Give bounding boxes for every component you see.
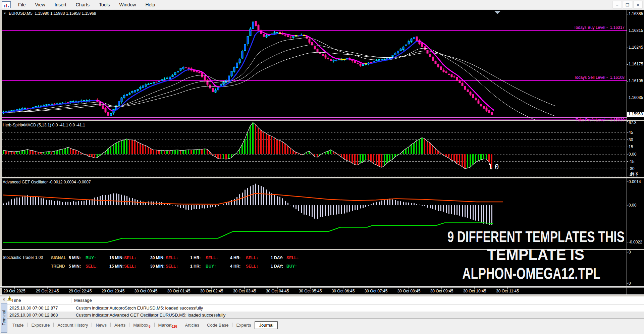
time-axis-label: 30 Oct 11:45	[496, 289, 519, 293]
terminal-tab-experts[interactable]: Experts	[232, 321, 255, 329]
time-axis-label: 30 Oct 04:45	[266, 289, 289, 293]
terminal-close-icon[interactable]: ✕	[1, 297, 6, 302]
log-time: 2025.10.30 07:00:12.877	[9, 305, 58, 311]
time-axis-label: 30 Oct 03:45	[233, 289, 256, 293]
stoch-signal-value: BUY↑	[286, 264, 297, 269]
svg-text:TEMPLATE IS: TEMPLATE IS	[487, 246, 584, 263]
price-axis-label: 1.16315	[629, 28, 643, 33]
terminal-table: Time Message 2025.10.30 07:00:12.877Cust…	[7, 296, 644, 319]
stoch-timeframe-label: 4 HR:	[230, 256, 240, 260]
time-axis-label: 30 Oct 06:45	[332, 289, 355, 293]
price-axis-label: 1.16105	[629, 78, 643, 83]
oscillator-axis-label: -0.0022	[629, 240, 642, 244]
current-price-box: 1.15968	[627, 112, 644, 117]
svg-text:ALPHON-OMEGA12.TPL: ALPHON-OMEGA12.TPL	[462, 265, 600, 282]
time-axis-label: 30 Oct 09:45	[430, 289, 453, 293]
log-message: Custom indicator Advanced GET Oscillator…	[73, 313, 225, 318]
stoch-timeframe-label: 5 MIN:	[69, 256, 81, 260]
macd-axis-label: 45	[629, 130, 633, 135]
panel-separator	[0, 177, 644, 178]
stoch-signal-value: SELL↓	[86, 264, 98, 269]
stoch-signal-value: BUY↑	[206, 264, 216, 269]
time-axis-label: 29 Oct 23:45	[102, 289, 125, 293]
terminal-tab-news[interactable]: News	[92, 321, 110, 329]
stoch-timeframe-label: 5 MIN:	[69, 264, 81, 269]
stoch-signal-value: SELL↓	[246, 264, 258, 269]
column-message[interactable]: Message	[71, 298, 92, 303]
terminal-tab-articles[interactable]: Articles	[181, 321, 203, 329]
stoch-signal-value: SELL↓	[124, 256, 137, 260]
svg-text:9 DIFFERENT TEMPLATES THIS: 9 DIFFERENT TEMPLATES THIS	[447, 228, 625, 245]
stoch-row-name: SIGNAL	[51, 256, 66, 260]
stoch-timeframe-label: 30 MIN:	[150, 256, 165, 260]
macd-panel	[2, 123, 627, 176]
macd-axis-label: 30	[629, 137, 633, 142]
time-axis-label: 30 Oct 08:45	[397, 289, 421, 293]
time-axis-label: 30 Oct 00:45	[135, 289, 158, 293]
warning-icon	[7, 296, 12, 300]
time-axis-label: 30 Oct 02:45	[200, 289, 223, 293]
terminal-tab-alerts[interactable]: Alerts	[111, 321, 129, 329]
terminal-tab-trade[interactable]: Trade	[9, 321, 27, 329]
terminal-tab-exposure[interactable]: Exposure	[28, 321, 53, 329]
terminal-tab-code-base[interactable]: Code Base	[203, 321, 232, 329]
chart-title: EURUSD,M5 1.15980 1.15983 1.15958 1.1596…	[9, 11, 96, 16]
stoch-signal-value: SELL↓	[124, 264, 137, 269]
tab-badge: 6	[149, 325, 151, 328]
stochastic-axis-label: 0	[629, 250, 631, 255]
chart-collapse-icon[interactable]: ▼	[3, 12, 6, 15]
stoch-signal-value: SELL↓	[286, 256, 299, 260]
price-axis-label: 1.16245	[629, 45, 643, 50]
price-axis-label: 1.16175	[629, 62, 643, 66]
column-time[interactable]: Time	[7, 298, 71, 303]
macd-axis-label-overlap: -41.1	[629, 173, 638, 177]
terminal-tab-mailbox[interactable]: Mailbox6	[129, 321, 154, 329]
terminal-tab-journal[interactable]: Journal	[255, 321, 278, 329]
terminal-tabs: TradeExposureAccount HistoryNewsAlertsMa…	[9, 320, 278, 329]
chart-title-bar: ▼ EURUSD,M5 1.15980 1.15983 1.15958 1.15…	[3, 11, 96, 16]
price-axis-label: 1.16385	[629, 11, 643, 16]
stoch-timeframe-label: 1 DAY:	[271, 256, 283, 260]
stoch-timeframe-label: 15 MIN:	[109, 256, 124, 260]
stoch-signal-value: SELL↓	[166, 264, 178, 269]
price-chart	[2, 21, 627, 126]
time-axis-label: 29 Oct 21:45	[36, 289, 59, 293]
tab-badge: 116	[172, 325, 177, 328]
chart-shift-icon	[494, 11, 500, 14]
stoch-row-name: TREND	[51, 264, 65, 269]
macd-axis-label: 0.00	[629, 152, 636, 157]
stoch-signal-value: BUY↑	[86, 256, 96, 260]
macd-axis-label: 67.3	[629, 120, 636, 125]
macd-axis-label: -15	[629, 159, 634, 164]
oscillator-axis-label: 0.0014	[629, 179, 641, 184]
terminal-log-row[interactable]: 2025.10.30 07:00:12.877Custom indicator …	[7, 304, 644, 312]
time-axis-label: 30 Oct 10:45	[463, 289, 486, 293]
stoch-timeframe-label: 4 HR:	[230, 264, 240, 269]
price-axis-label: 1.16035	[629, 95, 643, 100]
watermark: 9 DIFFERENT TEMPLATES THISTEMPLATE ISALP…	[447, 228, 625, 282]
tp-level-label: Take Profit Level - 1.15939	[541, 118, 625, 122]
terminal-tab-market[interactable]: Market116	[155, 321, 181, 329]
terminal-tab-account-history[interactable]: Account History	[54, 321, 92, 329]
oscillator-label: Advanced GET Oscillator -0.0012 0.0004 -…	[3, 180, 91, 184]
oscillator-axis-label: 0.00	[629, 203, 636, 208]
panel-separator	[0, 286, 644, 288]
terminal-log-row[interactable]: 2025.10.30 07:00:12.868Custom indicator …	[7, 312, 644, 319]
terminal-side-tab[interactable]: Terminal	[1, 303, 7, 333]
chart-canvas: 9 DIFFERENT TEMPLATES THISTEMPLATE ISALP…	[0, 0, 644, 296]
stoch-signal-value: SELL↓	[246, 256, 258, 260]
buy-level-label: Todays Buy Level - 1.16317	[541, 25, 625, 30]
oscillator-panel	[3, 184, 503, 242]
macd-axis-label: 15	[629, 145, 633, 149]
time-axis-label: 29 Oct 2025	[3, 289, 25, 293]
stoch-timeframe-label: 1 DAY:	[271, 264, 283, 269]
stoch-timeframe-label: 1 HR:	[190, 256, 201, 260]
stochastic-axis-label: 0	[629, 281, 631, 286]
time-axis-label: 30 Oct 01:45	[167, 289, 191, 293]
sell-level-label: Todays Sell Level - 1.16108	[541, 75, 625, 80]
stoch-timeframe-label: 15 MIN:	[109, 264, 124, 269]
stoch-signal-value: SELL↓	[206, 256, 218, 260]
log-message: Custom indicator AutoproStoch EURUSD,M5:…	[73, 305, 203, 311]
macd-axis-label: -30	[629, 166, 634, 171]
time-axis-label: 29 Oct 22:45	[69, 289, 92, 293]
